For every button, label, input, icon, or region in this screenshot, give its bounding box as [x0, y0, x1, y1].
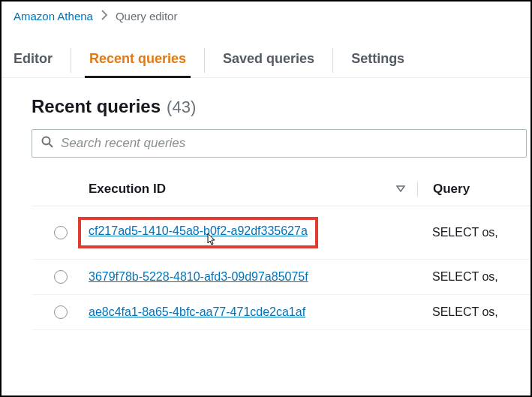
query-cell: SELECT os, [417, 305, 530, 319]
section-title-text: Recent queries [32, 96, 161, 117]
tab-divider [332, 48, 333, 73]
breadcrumb: Amazon Athena Query editor [2, 2, 530, 30]
content-panel: Recent queries (43) Execution ID Query c [2, 78, 530, 330]
breadcrumb-current: Query editor [116, 10, 178, 23]
execution-id-link[interactable]: cf217ad5-1410-45a8-b0f2-a92df335627a [89, 224, 308, 237]
tab-recent-queries[interactable]: Recent queries [89, 44, 186, 77]
tab-divider [71, 48, 71, 73]
tabs: Editor Recent queries Saved queries Sett… [2, 30, 530, 78]
column-select [32, 182, 89, 197]
execution-id-link[interactable]: 3679f78b-5228-4810-afd3-09d97a85075f [89, 270, 308, 283]
tab-divider [204, 48, 205, 73]
search-box[interactable] [32, 129, 527, 158]
table-row: cf217ad5-1410-45a8-b0f2-a92df335627a SEL… [32, 206, 530, 260]
table-row: 3679f78b-5228-4810-afd3-09d97a85075f SEL… [32, 260, 530, 295]
recent-queries-table: Execution ID Query cf217ad5-1410-45a8-b0… [32, 173, 530, 330]
search-icon [41, 136, 53, 151]
row-radio[interactable] [54, 305, 68, 319]
tab-settings[interactable]: Settings [351, 44, 404, 77]
sort-icon[interactable] [396, 182, 405, 197]
query-cell: SELECT os, [417, 270, 530, 284]
column-execution-id-label: Execution ID [89, 182, 166, 197]
section-title: Recent queries (43) [32, 96, 530, 117]
table-header: Execution ID Query [32, 173, 530, 206]
tab-editor[interactable]: Editor [14, 44, 53, 77]
chevron-right-icon [101, 9, 108, 23]
highlight-annotation: cf217ad5-1410-45a8-b0f2-a92df335627a [78, 217, 318, 248]
breadcrumb-root-link[interactable]: Amazon Athena [14, 10, 93, 23]
execution-id-link[interactable]: ae8c4fa1-8a65-4bfc-aa77-471cde2ca1af [89, 305, 305, 318]
query-cell: SELECT os, [417, 226, 530, 239]
column-query[interactable]: Query [418, 182, 530, 197]
row-radio[interactable] [54, 270, 68, 284]
tab-saved-queries[interactable]: Saved queries [223, 44, 314, 77]
svg-point-0 [43, 137, 50, 145]
column-execution-id[interactable]: Execution ID [89, 182, 417, 197]
section-count: (43) [167, 98, 196, 117]
svg-line-1 [50, 144, 53, 148]
table-row: ae8c4fa1-8a65-4bfc-aa77-471cde2ca1af SEL… [32, 295, 530, 330]
search-input[interactable] [61, 136, 517, 151]
row-radio[interactable] [54, 226, 68, 239]
